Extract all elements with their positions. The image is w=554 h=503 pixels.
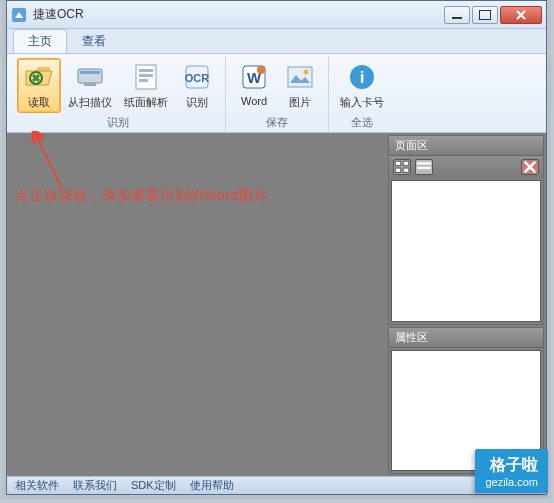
thumb-view-icon[interactable]	[393, 159, 411, 175]
svg-rect-22	[403, 168, 409, 173]
svg-rect-4	[84, 83, 96, 86]
svg-rect-20	[403, 161, 409, 166]
annotation-arrow-icon	[31, 131, 71, 191]
minimize-button[interactable]	[444, 6, 470, 24]
group-all-label: 全选	[335, 113, 389, 132]
statusbar: 相关软件 联系我们 SDK定制 使用帮助	[7, 476, 546, 494]
ribbon-group-save: W Word 图片 保存	[226, 56, 329, 132]
canvas-area[interactable]: 点击该按钮，添加需要识别的Word图片	[7, 133, 388, 476]
scanner-icon	[74, 61, 106, 93]
status-help[interactable]: 使用帮助	[190, 478, 234, 493]
svg-rect-7	[139, 74, 153, 77]
recognize-label: 识别	[186, 95, 208, 110]
word-button[interactable]: W Word	[232, 58, 276, 113]
svg-rect-19	[395, 161, 401, 166]
window-controls	[444, 6, 542, 24]
svg-rect-24	[417, 167, 431, 169]
entercard-button[interactable]: i 输入卡号	[335, 58, 389, 113]
titlebar[interactable]: 捷速OCR	[7, 1, 546, 29]
svg-rect-6	[139, 69, 153, 72]
svg-rect-14	[288, 67, 312, 87]
image-icon	[284, 61, 316, 93]
pages-panel-toolbar	[389, 156, 543, 178]
folder-open-icon	[23, 61, 55, 93]
svg-rect-8	[139, 79, 148, 82]
status-contact[interactable]: 联系我们	[73, 478, 117, 493]
read-label: 读取	[28, 95, 50, 110]
info-icon: i	[346, 61, 378, 93]
recognize-button[interactable]: OCR 识别	[175, 58, 219, 113]
read-button[interactable]: 读取	[17, 58, 61, 113]
pageparse-button[interactable]: 纸面解析	[119, 58, 173, 113]
properties-panel-header: 属性区	[389, 328, 543, 348]
svg-text:OCR: OCR	[185, 72, 210, 84]
group-identify-label: 识别	[17, 113, 219, 132]
window-title: 捷速OCR	[33, 6, 444, 23]
delete-page-icon[interactable]	[521, 159, 539, 175]
scanner-label: 从扫描仪	[68, 95, 112, 110]
app-window: 捷速OCR 主页 查看 读取	[6, 0, 547, 495]
app-icon	[11, 7, 27, 23]
ribbon-group-all: i 输入卡号 全选	[329, 56, 395, 132]
pageparse-label: 纸面解析	[124, 95, 168, 110]
status-sdk[interactable]: SDK定制	[131, 478, 176, 493]
svg-point-15	[304, 70, 309, 75]
ocr-icon: OCR	[181, 61, 213, 93]
pages-panel: 页面区	[388, 135, 544, 325]
word-label: Word	[241, 95, 267, 107]
close-button[interactable]	[500, 6, 542, 24]
status-related[interactable]: 相关软件	[15, 478, 59, 493]
tab-view[interactable]: 查看	[67, 29, 121, 53]
svg-rect-21	[395, 168, 401, 173]
tab-main[interactable]: 主页	[13, 29, 67, 53]
pages-panel-body[interactable]	[391, 180, 541, 322]
watermark: 格子啦 gezila.com	[475, 449, 548, 493]
side-panels: 页面区 属性区	[388, 133, 546, 476]
svg-rect-3	[80, 71, 100, 74]
maximize-button[interactable]	[472, 6, 498, 24]
ribbon: 读取 从扫描仪 纸面解析 OCR	[7, 53, 546, 133]
group-save-label: 保存	[232, 113, 322, 132]
image-label: 图片	[289, 95, 311, 110]
entercard-label: 输入卡号	[340, 95, 384, 110]
word-icon: W	[238, 61, 270, 93]
ribbon-group-identify: 读取 从扫描仪 纸面解析 OCR	[11, 56, 226, 132]
svg-point-13	[257, 66, 265, 74]
annotation-text: 点击该按钮，添加需要识别的Word图片	[15, 187, 268, 205]
svg-rect-23	[417, 162, 431, 164]
menu-tabs: 主页 查看	[7, 29, 546, 53]
scanner-button[interactable]: 从扫描仪	[63, 58, 117, 113]
watermark-title: 格子啦	[485, 455, 538, 474]
watermark-url: gezila.com	[485, 476, 538, 488]
list-view-icon[interactable]	[415, 159, 433, 175]
image-button[interactable]: 图片	[278, 58, 322, 113]
pages-panel-header: 页面区	[389, 136, 543, 156]
svg-text:i: i	[360, 68, 365, 87]
svg-line-18	[37, 137, 61, 187]
page-parse-icon	[130, 61, 162, 93]
workspace: 点击该按钮，添加需要识别的Word图片 页面区 属性区	[7, 133, 546, 476]
